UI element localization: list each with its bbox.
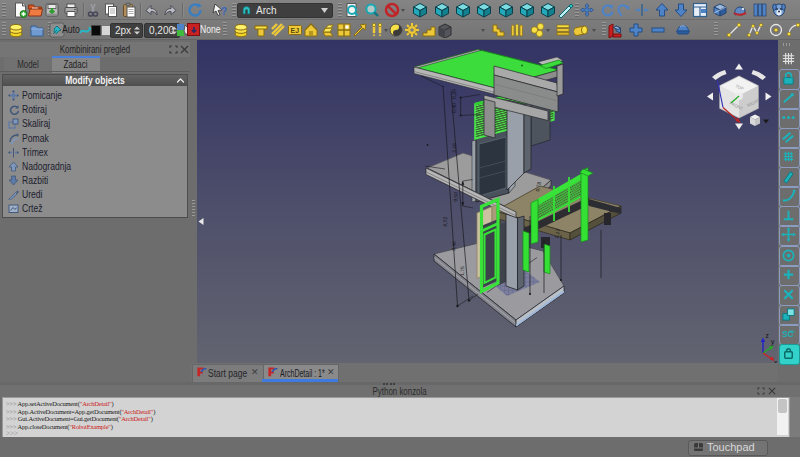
svg-text:0,20: 0,20 <box>451 89 457 99</box>
svg-text:up: up <box>789 328 795 333</box>
svg-text:4,72: 4,72 <box>442 217 449 228</box>
svg-text:2,18: 2,18 <box>451 143 458 153</box>
svg-text:EJ: EJ <box>290 27 299 34</box>
svg-text:y: y <box>771 338 775 346</box>
svg-text:x: x <box>774 359 778 363</box>
svg-text:9,50: 9,50 <box>452 192 459 202</box>
svg-text:?: ? <box>221 6 227 17</box>
svg-text:1,75: 1,75 <box>460 266 465 276</box>
svg-text:0,46: 0,46 <box>450 241 457 251</box>
svg-text:z: z <box>766 332 769 339</box>
svg-text:0,40: 0,40 <box>451 103 457 113</box>
